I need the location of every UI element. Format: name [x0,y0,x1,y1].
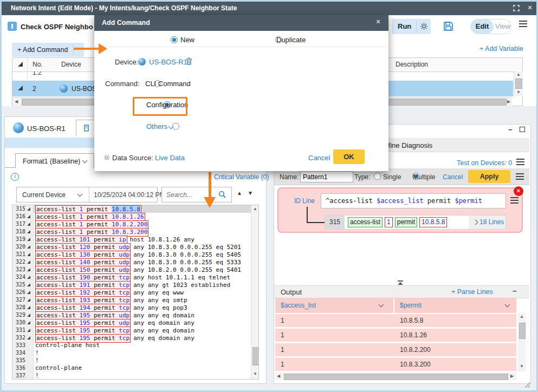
code-line[interactable]: 319access-list 101 permit iphost 10.8.1.… [12,236,251,243]
parse-lines-link[interactable]: + Parse Lines [451,288,493,296]
output-row[interactable]: 110.8.3.200 [275,358,516,371]
pattern-apply-button[interactable]: Apply [468,170,510,183]
code-line[interactable]: 337! [12,372,251,380]
code-line[interactable]: 326access-list 192 permit tcpany any eq … [12,289,251,296]
table-vscrollbar[interactable]: ▲ ▼ [514,71,523,96]
line-expander-icon[interactable] [27,306,30,309]
line-expander-icon[interactable] [27,253,30,256]
device-tab-selected[interactable] [76,120,96,136]
row-expander-icon[interactable] [18,86,23,90]
search-next-icon[interactable]: ▼ [248,190,253,196]
fullscreen-icon[interactable] [513,5,520,13]
pattern-menu-hamburger-icon[interactable] [516,173,524,174]
test-on-devices-link[interactable]: Test on Devices: 0 [457,159,512,167]
output-row[interactable]: 110.8.5.8 [275,314,516,327]
search-prev-icon[interactable]: ▲ [237,190,242,196]
line-expander-icon[interactable] [27,238,30,241]
snapshot-timestamp: 10/25/2024 04:00:12 PM [94,191,165,199]
line-expander-icon[interactable] [27,291,30,294]
code-line[interactable]: 317access-list 1 permit 10.8.2.200 [12,220,251,228]
line-expander-icon[interactable] [27,230,30,233]
code-line[interactable]: 323access-list 150 permit udpany 10.8.2.… [12,266,251,273]
match-lines-section[interactable]: 18 Lines [469,215,505,229]
code-line[interactable]: 334! [12,349,251,357]
data-source-value[interactable]: Live Data [155,154,185,162]
run-settings-gear-icon[interactable] [420,22,428,32]
output-collapse-handle[interactable] [397,280,404,285]
pattern-name-input[interactable] [300,171,353,182]
critical-variable-link[interactable]: Critical Variable (0) [214,173,269,181]
run-button[interactable]: Run [398,22,411,30]
dialog-close-icon[interactable]: × [376,17,380,26]
dialog-device-name[interactable]: US-BOS-R1 [149,58,187,66]
match-row: 315 access-list1permit10.8.5.8 18 Lines [325,215,506,230]
line-expander-icon[interactable] [27,313,30,317]
new-radio[interactable] [171,36,178,43]
line-expander-icon[interactable] [27,268,30,271]
panel-minimize-icon[interactable]: − [508,126,513,134]
code-toolbar-group: Current Device 10/25/2024 04:00:12 PM [16,187,158,202]
code-line[interactable]: 327access-list 193 permit tcpany any eq … [12,296,251,304]
code-line[interactable]: 318access-list 1 permit 10.8.3.200 [12,228,251,236]
code-line[interactable]: 320access-list 120 permit udpany 10.8.3.… [12,243,251,251]
output-row[interactable]: 110.8.2.200 [275,343,516,356]
code-line[interactable]: 335! [12,357,251,364]
pattern-delete-icon[interactable]: × [514,186,523,196]
code-line[interactable]: 329access-list 195 permit udpany any eq … [12,311,251,319]
line-expander-icon[interactable] [27,329,30,332]
line-expander-icon[interactable] [27,215,30,218]
code-line[interactable]: 316access-list 1 permit 10.8.1.26 [12,213,251,220]
view-tab[interactable]: View [495,19,511,34]
code-line[interactable]: 328access-list 194 permit tcpany any eq … [12,304,251,311]
others-label[interactable]: Others [146,122,167,130]
output-hscrollbar[interactable]: ◀ ▶ [275,373,516,380]
code-line[interactable]: 332access-list 195 permit tcpany eq doma… [12,334,251,342]
line-expander-icon[interactable] [27,223,30,226]
panel-maximize-icon[interactable] [520,127,525,132]
code-vscrollbar[interactable]: ▲ ▼ [251,205,259,379]
magnifier-icon[interactable] [218,191,226,200]
id-line-regex-input[interactable]: ^access-list $access_list permit $permit [321,193,506,208]
code-line[interactable]: 333control-plane host [12,342,251,349]
line-expander-icon[interactable] [27,260,30,264]
output-vscrollbar[interactable]: ▲ ▼ [518,313,526,371]
dialog-ok-button[interactable]: OK [333,149,365,164]
line-expander-icon[interactable] [27,245,30,249]
code-line[interactable]: 324access-list 190 permit tcpany host 10… [12,273,251,281]
output-row[interactable]: 110.8.1.26 [275,329,516,342]
format-tab[interactable]: Format1 (Baseline) [15,153,94,168]
source-select[interactable]: Current Device [17,187,89,202]
info-icon[interactable]: i [11,173,19,181]
id-line-menu-hamburger-icon[interactable] [510,197,518,198]
line-expander-icon[interactable] [27,283,30,286]
line-expander-icon[interactable] [27,207,30,211]
code-line[interactable]: 336control-plane [12,364,251,372]
dialog-cancel-link[interactable]: Cancel [308,154,330,162]
line-expander-icon[interactable] [27,276,30,279]
code-line[interactable]: 325access-list 191 permit tcpany any gt … [12,281,251,289]
pattern-cancel-link[interactable]: Cancel [443,173,463,181]
add-command-button[interactable]: + Add Command [12,43,84,57]
add-variable-link[interactable]: + Add Variable [479,45,523,53]
code-line[interactable]: 322access-list 140 permit udpany 10.8.3.… [12,258,251,266]
diagnosis-menu-hamburger-icon[interactable] [516,159,524,160]
output-minimize-icon[interactable]: − [513,287,517,295]
edit-tab[interactable]: Edit [471,19,494,34]
duplicate-label: Duplicate [276,36,306,44]
line-expander-icon[interactable] [27,336,30,339]
line-expander-icon[interactable] [27,298,30,302]
line-expander-icon[interactable] [27,321,30,324]
chevron-down-icon[interactable] [505,302,510,308]
close-icon[interactable]: × [528,3,532,12]
trash-icon[interactable] [186,57,192,67]
type-single-radio[interactable] [374,173,381,180]
table-expander-icon[interactable] [18,62,23,67]
config-code-viewer[interactable]: 315access-list 1 permit 10.8.5.8316acces… [12,205,259,380]
code-line[interactable]: 331access-list 195 permit tcpany any eq … [12,326,251,334]
resize-grip[interactable] [524,382,530,390]
code-line[interactable]: 330access-list 195 permit udpany eq doma… [12,319,251,326]
save-icon[interactable] [443,21,453,33]
code-line[interactable]: 321access-list 130 permit udpany 10.8.3.… [12,251,251,258]
chevron-down-icon[interactable] [379,302,384,308]
main-menu-hamburger-icon[interactable] [519,21,527,22]
